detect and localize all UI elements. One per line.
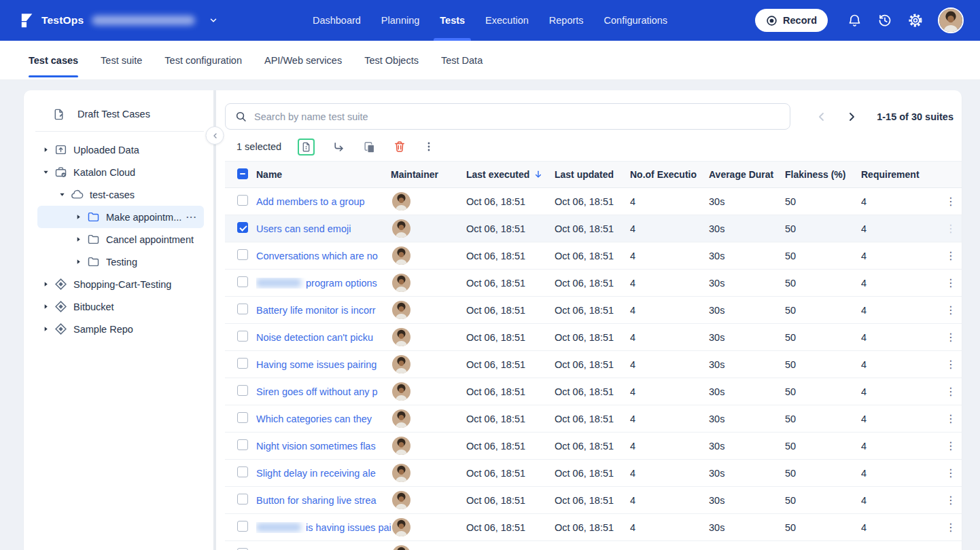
row-menu-kebab[interactable]: ⋮ bbox=[941, 467, 960, 479]
row-menu-kebab[interactable]: ⋮ bbox=[941, 413, 960, 424]
expand-arrow-icon[interactable] bbox=[41, 169, 50, 175]
table-row[interactable]: ⋮ bbox=[225, 541, 962, 550]
col-header-flakiness[interactable]: Flakiness (%) bbox=[785, 169, 861, 180]
table-row[interactable]: Add members to a group Oct 06, 18:51 Oct… bbox=[225, 188, 962, 215]
test-suite-link[interactable]: Siren goes off without any p bbox=[256, 386, 378, 397]
notifications-bell-icon[interactable] bbox=[846, 12, 862, 29]
tab-test-data[interactable]: Test Data bbox=[441, 41, 483, 79]
expand-arrow-icon[interactable] bbox=[41, 304, 50, 310]
expand-arrow-icon[interactable] bbox=[41, 147, 50, 153]
tree-item-test-cases[interactable]: test-cases bbox=[37, 183, 204, 206]
brand[interactable]: TestOps bbox=[16, 12, 218, 30]
row-checkbox[interactable] bbox=[237, 249, 248, 260]
row-checkbox[interactable] bbox=[237, 304, 248, 314]
select-all-checkbox[interactable] bbox=[237, 168, 248, 179]
table-row[interactable]: Siren goes off without any p Oct 06, 18:… bbox=[225, 378, 962, 405]
test-suite-link[interactable]: Having some issues pairing bbox=[256, 359, 377, 370]
row-menu-kebab[interactable]: ⋮ bbox=[941, 521, 960, 533]
table-row[interactable]: Users can send emoji Oct 06, 18:51 Oct 0… bbox=[225, 215, 962, 242]
tab-test-suite[interactable]: Test suite bbox=[101, 41, 142, 79]
row-menu-kebab[interactable]: ⋮ bbox=[941, 440, 960, 452]
row-menu-kebab[interactable]: ⋮ bbox=[941, 359, 960, 370]
tab-test-configuration[interactable]: Test configuration bbox=[164, 41, 242, 79]
test-suite-link[interactable]: Which categories can they bbox=[256, 414, 372, 424]
test-suite-link[interactable]: Noise detection can't picku bbox=[256, 332, 373, 343]
tab-test-objects[interactable]: Test Objects bbox=[364, 41, 419, 79]
sidebar-collapse-button[interactable] bbox=[206, 126, 224, 145]
row-menu-kebab[interactable]: ⋮ bbox=[941, 223, 960, 234]
col-header-last-updated[interactable]: Last updated bbox=[555, 169, 630, 180]
move-to-button[interactable] bbox=[332, 141, 345, 153]
pagination-prev-button[interactable] bbox=[814, 109, 829, 124]
col-header-executions[interactable]: No.of Executio bbox=[630, 169, 709, 180]
expand-arrow-icon[interactable] bbox=[74, 259, 82, 265]
tab-api-web-services[interactable]: API/Web services bbox=[264, 41, 342, 79]
nav-item-tests[interactable]: Tests bbox=[440, 0, 465, 41]
tree-item-cancel-appointment[interactable]: Cancel appointment bbox=[37, 228, 204, 251]
row-menu-kebab[interactable]: ⋮ bbox=[941, 304, 960, 316]
table-row[interactable]: Night vision sometimes flas Oct 06, 18:5… bbox=[225, 433, 962, 460]
table-row[interactable]: Noise detection can't picku Oct 06, 18:5… bbox=[225, 324, 962, 351]
row-checkbox[interactable] bbox=[237, 331, 248, 342]
chevron-down-icon[interactable] bbox=[209, 16, 218, 25]
nav-item-planning[interactable]: Planning bbox=[381, 0, 419, 41]
export-file-button[interactable] bbox=[298, 139, 315, 155]
test-suite-link[interactable]: is having issues pair bbox=[306, 522, 391, 533]
table-row[interactable]: Button for sharing live strea Oct 06, 18… bbox=[225, 487, 962, 514]
expand-arrow-icon[interactable] bbox=[58, 191, 66, 198]
settings-gear-icon[interactable] bbox=[907, 12, 924, 29]
table-row[interactable]: program options Oct 06, 18:51 Oct 06, 18… bbox=[225, 270, 962, 297]
row-menu-kebab[interactable]: ⋮ bbox=[941, 494, 960, 506]
col-header-name[interactable]: Name bbox=[256, 169, 391, 180]
col-header-requirement[interactable]: Requirement bbox=[861, 169, 941, 180]
col-header-duration[interactable]: Average Durat bbox=[709, 169, 785, 180]
nav-item-dashboard[interactable]: Dashboard bbox=[313, 0, 361, 41]
search-input[interactable] bbox=[254, 111, 780, 122]
expand-arrow-icon[interactable] bbox=[41, 326, 50, 332]
row-checkbox[interactable] bbox=[237, 494, 248, 505]
row-checkbox[interactable] bbox=[237, 385, 248, 396]
expand-arrow-icon[interactable] bbox=[74, 214, 82, 220]
test-suite-link[interactable]: Users can send emoji bbox=[256, 223, 351, 234]
row-menu-kebab[interactable]: ⋮ bbox=[941, 331, 960, 343]
row-menu-kebab[interactable]: ⋮ bbox=[941, 386, 960, 397]
tab-test-cases[interactable]: Test cases bbox=[29, 41, 78, 79]
pagination-next-button[interactable] bbox=[844, 109, 859, 124]
record-button[interactable]: Record bbox=[755, 9, 828, 32]
nav-item-configurations[interactable]: Configurations bbox=[604, 0, 668, 41]
table-row[interactable]: Slight delay in receiving ale Oct 06, 18… bbox=[225, 460, 962, 487]
row-checkbox[interactable] bbox=[237, 521, 248, 532]
delete-trash-button[interactable] bbox=[393, 141, 406, 153]
row-checkbox[interactable] bbox=[237, 358, 248, 369]
table-row[interactable]: Battery life monitor is incorr Oct 06, 1… bbox=[225, 297, 962, 324]
col-header-last-executed[interactable]: Last executed bbox=[466, 169, 555, 180]
sort-descending-icon[interactable] bbox=[533, 170, 543, 179]
tree-item-shopping-cart-testing[interactable]: Shopping-Cart-Testing bbox=[37, 273, 204, 295]
table-row[interactable]: is having issues pair Oct 06, 18:51 Oct … bbox=[225, 514, 962, 541]
user-avatar[interactable] bbox=[938, 7, 964, 33]
row-checkbox[interactable] bbox=[237, 222, 248, 233]
tree-item-make-appointm[interactable]: Make appointm...··· bbox=[37, 206, 204, 228]
nav-item-execution[interactable]: Execution bbox=[485, 0, 529, 41]
row-checkbox[interactable] bbox=[237, 439, 248, 450]
test-suite-link[interactable]: Battery life monitor is incorr bbox=[256, 305, 376, 316]
tree-item-more-button[interactable]: ··· bbox=[186, 212, 197, 222]
row-checkbox[interactable] bbox=[237, 466, 248, 477]
row-checkbox[interactable] bbox=[237, 195, 248, 206]
table-row[interactable]: Which categories can they Oct 06, 18:51 … bbox=[225, 405, 962, 433]
test-suite-link[interactable]: Add members to a group bbox=[256, 196, 365, 207]
table-row[interactable]: Having some issues pairing Oct 06, 18:51… bbox=[225, 351, 962, 378]
sidebar-resize-divider[interactable] bbox=[213, 90, 216, 550]
table-row[interactable]: Conversations which are no Oct 06, 18:51… bbox=[225, 242, 962, 270]
test-suite-link[interactable]: Conversations which are no bbox=[256, 251, 378, 261]
test-suite-link[interactable]: program options bbox=[306, 278, 377, 289]
nav-item-reports[interactable]: Reports bbox=[549, 0, 584, 41]
expand-arrow-icon[interactable] bbox=[74, 236, 82, 242]
tree-item-bitbucket[interactable]: Bitbucket bbox=[37, 295, 204, 318]
row-checkbox[interactable] bbox=[237, 276, 248, 287]
test-suite-link[interactable]: Slight delay in receiving ale bbox=[256, 468, 376, 479]
row-menu-kebab[interactable]: ⋮ bbox=[941, 250, 960, 261]
sidebar-item-draft-test-cases[interactable]: Draft Test Cases bbox=[24, 102, 213, 126]
tree-item-sample-repo[interactable]: Sample Repo bbox=[37, 318, 204, 340]
tree-item-uploaded-data[interactable]: Uploaded Data bbox=[37, 139, 204, 161]
